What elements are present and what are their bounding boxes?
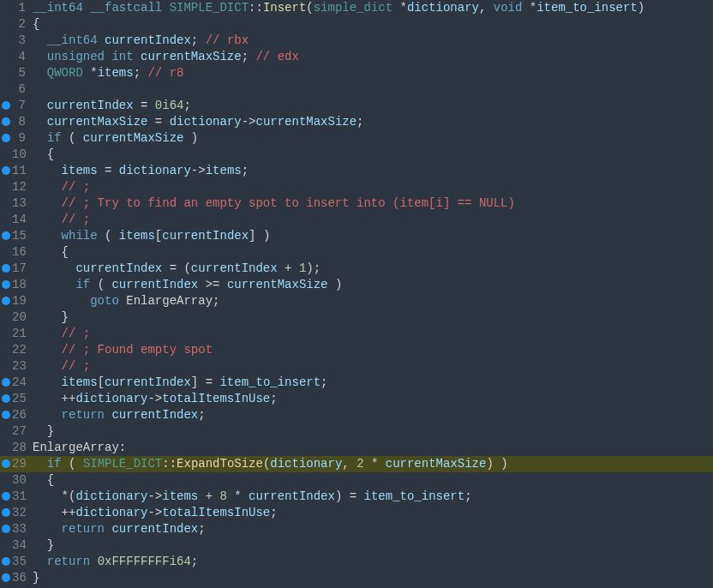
breakpoint-gutter[interactable] [0, 440, 12, 456]
line-source[interactable]: __int64 __fastcall SIMPLE_DICT::Insert(s… [33, 0, 713, 16]
breakpoint-dot-icon[interactable] [2, 117, 10, 126]
code-line[interactable]: 34 } [0, 537, 713, 554]
line-source[interactable]: // ; Found empty spot [33, 342, 713, 358]
breakpoint-gutter[interactable] [0, 309, 12, 326]
breakpoint-gutter[interactable] [0, 391, 12, 407]
breakpoint-gutter[interactable] [0, 195, 12, 212]
line-source[interactable]: if ( currentIndex >= currentMaxSize ) [33, 277, 713, 293]
code-editor[interactable]: 1__int64 __fastcall SIMPLE_DICT::Insert(… [0, 0, 713, 586]
breakpoint-dot-icon[interactable] [2, 231, 10, 240]
line-source[interactable]: if ( currentMaxSize ) [33, 130, 713, 147]
breakpoint-dot-icon[interactable] [2, 573, 10, 582]
line-source[interactable]: EnlargeArray: [33, 440, 713, 456]
line-source[interactable]: ++dictionary->totalItemsInUse; [33, 391, 713, 407]
code-line[interactable]: 35 return 0xFFFFFFFFi64; [0, 554, 713, 570]
code-line[interactable]: 8 currentMaxSize = dictionary->currentMa… [0, 114, 713, 130]
code-area[interactable]: 1__int64 __fastcall SIMPLE_DICT::Insert(… [0, 0, 713, 586]
breakpoint-gutter[interactable] [0, 407, 12, 423]
breakpoint-gutter[interactable] [0, 342, 12, 358]
line-source[interactable]: // ; [33, 179, 713, 195]
code-line[interactable]: 1__int64 __fastcall SIMPLE_DICT::Insert(… [0, 0, 713, 16]
code-line[interactable]: 16 { [0, 244, 713, 261]
breakpoint-gutter[interactable] [0, 33, 12, 49]
line-source[interactable]: return 0xFFFFFFFFi64; [33, 554, 713, 570]
code-line[interactable]: 22 // ; Found empty spot [0, 342, 713, 358]
code-line[interactable]: 24 items[currentIndex] = item_to_insert; [0, 375, 713, 391]
code-line[interactable]: 12 // ; [0, 179, 713, 195]
code-line[interactable]: 10 { [0, 147, 713, 163]
breakpoint-gutter[interactable] [0, 65, 12, 81]
line-source[interactable] [33, 81, 713, 98]
line-source[interactable]: items[currentIndex] = item_to_insert; [33, 375, 713, 391]
breakpoint-dot-icon[interactable] [2, 166, 10, 175]
breakpoint-gutter[interactable] [0, 423, 12, 440]
code-line[interactable]: 30 { [0, 472, 713, 489]
breakpoint-gutter[interactable] [0, 98, 12, 114]
breakpoint-gutter[interactable] [0, 277, 12, 293]
breakpoint-dot-icon[interactable] [2, 557, 10, 566]
line-source[interactable]: // ; [33, 326, 713, 342]
code-line[interactable]: 18 if ( currentIndex >= currentMaxSize ) [0, 277, 713, 293]
line-source[interactable]: currentMaxSize = dictionary->currentMaxS… [33, 114, 713, 130]
breakpoint-gutter[interactable] [0, 147, 12, 163]
breakpoint-gutter[interactable] [0, 163, 12, 179]
breakpoint-dot-icon[interactable] [2, 492, 10, 501]
breakpoint-gutter[interactable] [0, 49, 12, 65]
breakpoint-gutter[interactable] [0, 505, 12, 521]
code-line[interactable]: 4 unsigned int currentMaxSize; // edx [0, 49, 713, 65]
breakpoint-gutter[interactable] [0, 521, 12, 537]
line-source[interactable]: { [33, 472, 713, 489]
code-line[interactable]: 25 ++dictionary->totalItemsInUse; [0, 391, 713, 407]
breakpoint-gutter[interactable] [0, 554, 12, 570]
breakpoint-gutter[interactable] [0, 179, 12, 195]
breakpoint-gutter[interactable] [0, 326, 12, 342]
breakpoint-dot-icon[interactable] [2, 378, 10, 387]
line-source[interactable]: // ; Try to find an empty spot to insert… [33, 195, 713, 212]
code-line[interactable]: 11 items = dictionary->items; [0, 163, 713, 179]
breakpoint-dot-icon[interactable] [2, 508, 10, 517]
breakpoint-gutter[interactable] [0, 261, 12, 277]
line-source[interactable]: { [33, 244, 713, 261]
breakpoint-gutter[interactable] [0, 114, 12, 130]
code-line[interactable]: 31 *(dictionary->items + 8 * currentInde… [0, 489, 713, 505]
breakpoint-gutter[interactable] [0, 472, 12, 489]
code-line[interactable]: 21 // ; [0, 326, 713, 342]
breakpoint-dot-icon[interactable] [2, 264, 10, 273]
breakpoint-gutter[interactable] [0, 456, 12, 472]
code-line[interactable]: 26 return currentIndex; [0, 407, 713, 423]
code-line[interactable]: 15 while ( items[currentIndex] ) [0, 228, 713, 244]
code-line[interactable]: 6 [0, 81, 713, 98]
breakpoint-dot-icon[interactable] [2, 297, 10, 305]
line-source[interactable]: } [33, 570, 713, 586]
breakpoint-gutter[interactable] [0, 244, 12, 261]
line-source[interactable]: *(dictionary->items + 8 * currentIndex) … [33, 489, 713, 505]
breakpoint-gutter[interactable] [0, 375, 12, 391]
breakpoint-gutter[interactable] [0, 130, 12, 147]
code-line[interactable]: 29 if ( SIMPLE_DICT::ExpandToSize(dictio… [0, 456, 713, 472]
line-source[interactable]: // ; [33, 212, 713, 228]
code-line[interactable]: 14 // ; [0, 212, 713, 228]
breakpoint-gutter[interactable] [0, 489, 12, 505]
line-source[interactable]: QWORD *items; // r8 [33, 65, 713, 81]
code-line[interactable]: 5 QWORD *items; // r8 [0, 65, 713, 81]
line-source[interactable]: } [33, 309, 713, 326]
line-source[interactable]: while ( items[currentIndex] ) [33, 228, 713, 244]
code-line[interactable]: 33 return currentIndex; [0, 521, 713, 537]
line-source[interactable]: currentIndex = (currentIndex + 1); [33, 261, 713, 277]
code-line[interactable]: 7 currentIndex = 0i64; [0, 98, 713, 114]
line-source[interactable]: items = dictionary->items; [33, 163, 713, 179]
breakpoint-gutter[interactable] [0, 212, 12, 228]
code-line[interactable]: 17 currentIndex = (currentIndex + 1); [0, 261, 713, 277]
code-line[interactable]: 20 } [0, 309, 713, 326]
code-line[interactable]: 13 // ; Try to find an empty spot to ins… [0, 195, 713, 212]
breakpoint-dot-icon[interactable] [2, 525, 10, 533]
breakpoint-gutter[interactable] [0, 228, 12, 244]
line-source[interactable]: return currentIndex; [33, 407, 713, 423]
code-line[interactable]: 23 // ; [0, 358, 713, 375]
line-source[interactable]: return currentIndex; [33, 521, 713, 537]
code-line[interactable]: 9 if ( currentMaxSize ) [0, 130, 713, 147]
line-source[interactable]: } [33, 423, 713, 440]
line-source[interactable]: ++dictionary->totalItemsInUse; [33, 505, 713, 521]
line-source[interactable]: // ; [33, 358, 713, 375]
code-line[interactable]: 2{ [0, 16, 713, 33]
